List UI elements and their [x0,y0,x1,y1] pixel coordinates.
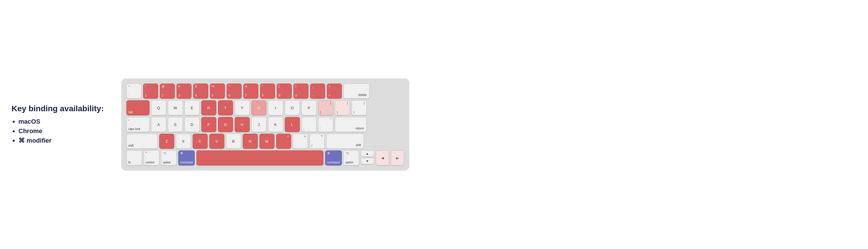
key-slash[interactable]: ? / [310,134,324,149]
key-m[interactable]: M [259,134,275,149]
key-backslash[interactable]: | \ [352,100,367,115]
key-2[interactable]: @ 2 [160,84,175,99]
key-rbracket[interactable]: } ] [335,100,350,115]
key-capslock[interactable]: • caps lock [126,117,150,132]
key-g[interactable]: G [218,117,233,132]
key-period[interactable]: > . [293,134,308,149]
key-x[interactable]: X [176,134,191,149]
key-b[interactable]: B [226,134,241,149]
key-t[interactable]: T [218,100,233,115]
key-i[interactable]: I [268,100,283,115]
key-control[interactable]: ^ control [144,150,159,165]
asdf-row: • caps lock A S D F G H J [126,117,404,132]
key-delete[interactable]: delete [344,84,370,99]
key-arrow-up[interactable]: ▲ [361,150,374,157]
key-4[interactable]: $ 4 [193,84,208,99]
key-arrow-down[interactable]: ▼ [361,158,374,164]
key-k[interactable]: K [268,117,283,132]
key-z[interactable]: Z [159,134,174,149]
arrow-key-group: ▲ ▼ [361,150,374,165]
key-5[interactable]: % 5 [210,84,225,99]
key-y[interactable]: Y [235,100,250,115]
key-tilde[interactable]: ~ ` [126,84,142,99]
key-fn[interactable]: fn [126,150,142,165]
number-row: ~ ` ! 1 @ 2 # 3 $ 4 % 5 [126,84,404,99]
key-space[interactable] [196,150,323,165]
key-q[interactable]: Q [151,100,166,115]
key-s[interactable]: S [168,117,183,132]
key-shift-right[interactable]: shift [326,134,364,149]
key-shift-left[interactable]: shift [126,134,158,149]
keyboard: ~ ` ! 1 @ 2 # 3 $ 4 % 5 [121,78,409,171]
key-w[interactable]: W [168,100,183,115]
list-item-chrome: Chrome [19,126,104,136]
key-a[interactable]: A [151,117,166,132]
key-command-left[interactable]: ⌘ command [178,150,195,165]
list-item-modifier: ⌘ modifier [19,136,104,145]
key-7[interactable]: & 7 [243,84,258,99]
zxcv-row: shift Z X C V B N M < [126,134,404,149]
availability-list: macOS Chrome ⌘ modifier [11,117,104,145]
key-o[interactable]: O [285,100,300,115]
key-6[interactable]: ^ 6 [227,84,242,99]
key-8[interactable]: * 8 [260,84,275,99]
list-item-macos: macOS [19,117,104,126]
key-v[interactable]: V [209,134,224,149]
key-comma[interactable]: < , [276,134,291,149]
key-return[interactable]: return [335,117,367,132]
key-p[interactable]: P [302,100,316,115]
key-1[interactable]: ! 1 [143,84,158,99]
key-h[interactable]: H [235,117,250,132]
key-arrow-right[interactable]: ▶ [391,150,404,165]
key-0[interactable]: ) 0 [293,84,308,99]
key-f[interactable]: F [201,117,216,132]
key-semicolon[interactable]: : ; [302,117,316,132]
key-j[interactable]: J [251,117,267,132]
key-option-right[interactable]: ⌥ option [344,150,359,165]
key-u[interactable]: U [251,100,267,115]
page-wrapper: Key binding availability: macOS Chrome ⌘… [11,78,857,171]
key-option-left[interactable]: ⌥ option [161,150,177,165]
key-minus[interactable]: _ - [310,84,325,99]
key-lbracket[interactable]: { [ [318,100,333,115]
key-arrow-left[interactable]: ◀ [376,150,389,165]
info-panel: Key binding availability: macOS Chrome ⌘… [11,104,104,145]
key-equals[interactable]: + = [327,84,342,99]
key-d[interactable]: D [185,117,199,132]
key-tab[interactable]: tab [126,100,150,115]
qwerty-row: tab Q W E R T Y U I [126,100,404,115]
key-quote[interactable]: " ' [318,117,333,132]
key-n[interactable]: N [243,134,258,149]
key-r[interactable]: R [201,100,216,115]
key-c[interactable]: C [193,134,208,149]
key-command-right[interactable]: ⌘ command [325,150,342,165]
key-l[interactable]: L [285,117,300,132]
bottom-row: fn ^ control ⌥ option ⌘ command ⌘ comman… [126,150,404,165]
page-title: Key binding availability: [11,104,104,114]
key-9[interactable]: ( 9 [277,84,292,99]
key-3[interactable]: # 3 [177,84,191,99]
key-e[interactable]: E [185,100,199,115]
